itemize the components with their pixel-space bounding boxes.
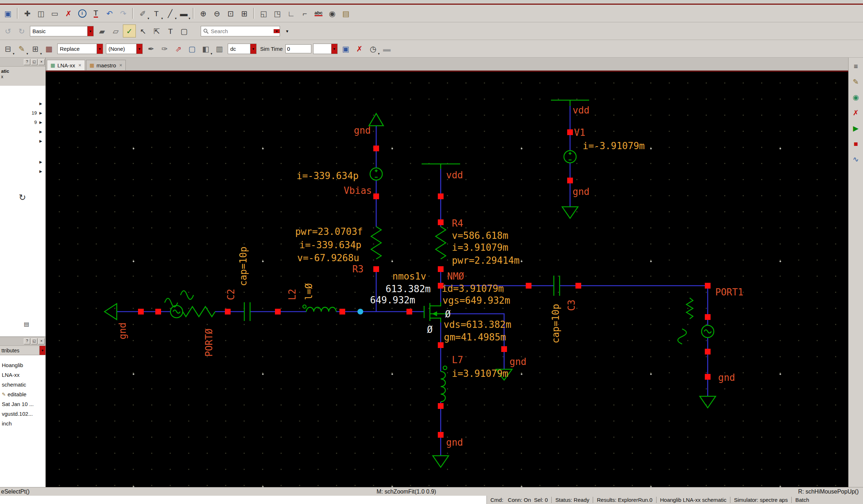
r3-name-label[interactable]: R3 xyxy=(352,264,364,275)
delete-icon[interactable]: ✗ xyxy=(62,7,75,20)
expand-arrow-icon[interactable]: ▶ xyxy=(39,130,42,134)
selection-pin[interactable] xyxy=(526,283,531,289)
gnd-l7-label[interactable]: gnd xyxy=(446,437,463,448)
property-row[interactable]: schematic xyxy=(0,380,45,389)
selection-pin[interactable] xyxy=(438,219,444,225)
panel-undock-button[interactable]: ◱ xyxy=(31,59,37,65)
selection-pin[interactable] xyxy=(373,266,379,272)
instance-icon[interactable]: ▰ xyxy=(95,24,108,37)
panel-help-button[interactable]: ? xyxy=(24,59,30,65)
selection-pin[interactable] xyxy=(438,403,444,409)
workspace-combo[interactable]: Basic▾ xyxy=(30,26,94,36)
search-dropdown[interactable]: ▾ xyxy=(273,29,280,33)
selection-pin[interactable] xyxy=(438,193,444,199)
selection-pin[interactable] xyxy=(373,146,379,151)
area-select-icon[interactable]: ▢ xyxy=(178,24,191,37)
expand-arrow-icon[interactable]: ▶ xyxy=(39,169,42,173)
selection-pin[interactable] xyxy=(567,178,573,183)
gnd-symbol-port1[interactable] xyxy=(700,396,716,408)
selection-pin[interactable] xyxy=(373,193,379,199)
delete-state-icon[interactable]: ✗ xyxy=(353,42,366,55)
search-options-dropdown[interactable]: ▾ xyxy=(281,24,294,37)
panel-close-button[interactable]: × xyxy=(38,338,45,344)
ascend-icon[interactable]: ◳ xyxy=(271,7,284,20)
gnd-symbol-v1[interactable] xyxy=(562,207,578,218)
selection-pin[interactable] xyxy=(138,309,144,315)
redo-icon[interactable]: ↷ xyxy=(117,7,130,20)
selection-pin[interactable] xyxy=(705,314,711,320)
tab-close-icon[interactable]: × xyxy=(119,62,122,68)
wire-label-icon[interactable]: ⌐ xyxy=(298,7,311,20)
selection-pin[interactable] xyxy=(705,349,711,354)
stretch-icon[interactable]: ▭ xyxy=(48,7,61,20)
selection-pin[interactable] xyxy=(501,346,507,352)
vdd-label[interactable]: vdd xyxy=(446,170,463,180)
panel-undock-button[interactable]: ◱ xyxy=(31,338,37,344)
panel-help-button[interactable]: ? xyxy=(24,338,30,344)
extra-combo[interactable]: ▾ xyxy=(313,44,338,54)
run-simulation-icon[interactable]: ▶ xyxy=(851,123,861,133)
attributes-dropdown[interactable]: ttributes ▾ xyxy=(0,346,45,355)
selection-pin[interactable] xyxy=(275,309,281,315)
r4-name-label[interactable]: R4 xyxy=(452,218,463,229)
resistor-r4[interactable] xyxy=(436,227,446,259)
selection-pin[interactable] xyxy=(438,432,444,438)
property-row[interactable]: vgustd.102... xyxy=(0,409,45,419)
nm0-name-label[interactable]: NMØ xyxy=(447,271,464,282)
port0-source[interactable] xyxy=(165,291,215,318)
resistor-r3[interactable] xyxy=(371,227,381,259)
tab-lna-xx[interactable]: ▦ LNA-xx × xyxy=(47,60,85,70)
selection-pin[interactable] xyxy=(705,283,711,289)
tab-maestro[interactable]: ▦ maestro × xyxy=(86,60,126,70)
gnd-v1-label[interactable]: gnd xyxy=(573,186,590,197)
display-options-icon[interactable]: ⊟▾ xyxy=(1,42,14,55)
tree-item[interactable]: 9▶ xyxy=(0,117,45,127)
selection-pin[interactable] xyxy=(567,129,573,135)
panel-close-button[interactable]: × xyxy=(38,59,45,65)
gnd-port1-label[interactable]: gnd xyxy=(718,372,735,383)
sim-time-input[interactable] xyxy=(285,44,311,53)
expand-arrow-icon[interactable]: ▶ xyxy=(39,160,42,164)
highlighted-net-point[interactable] xyxy=(357,309,363,315)
expand-arrow-icon[interactable]: ▶ xyxy=(39,111,42,115)
gnd-bulk-label[interactable]: gnd xyxy=(510,356,526,367)
tool2-icon[interactable]: ✑ xyxy=(158,42,171,55)
delete-results-icon[interactable]: ✗ xyxy=(851,108,861,118)
schematic-drawing[interactable]: gnd i=-339.634p Vbias pwr=23.0703f i=-33… xyxy=(46,72,848,487)
v1-source[interactable] xyxy=(564,151,576,163)
selection-pin[interactable] xyxy=(438,266,444,272)
zoom-out-icon[interactable]: ⊖ xyxy=(210,7,223,20)
tree-item[interactable]: ▶ xyxy=(0,136,45,146)
gnd-label[interactable]: gnd xyxy=(354,125,371,136)
wide-wire-icon[interactable]: ▬▾ xyxy=(177,7,190,20)
replace-combo-arrow[interactable]: ▾ xyxy=(97,44,103,54)
tree-item[interactable]: 19▶ xyxy=(0,108,45,117)
nm0-model-label[interactable]: nmos1v xyxy=(392,271,426,282)
descend-icon[interactable]: ◱ xyxy=(257,7,270,20)
wire-name-icon[interactable]: ∟ xyxy=(285,7,298,20)
inductor-l2[interactable] xyxy=(303,305,337,312)
analyses-list-icon[interactable]: ≡ xyxy=(851,61,861,71)
vbias-net-label[interactable]: Vbias xyxy=(344,185,372,196)
panel-mini-icon[interactable]: ▤ xyxy=(24,321,29,327)
tree-item[interactable]: ▶ xyxy=(0,157,45,166)
net-icon[interactable]: ▱ xyxy=(109,24,122,37)
refresh-icon[interactable]: ↻ xyxy=(19,192,26,202)
vdd-v1-label[interactable]: vdd xyxy=(573,105,590,116)
c2-name-label[interactable]: C2 xyxy=(226,289,236,300)
copy-icon[interactable]: ◫ xyxy=(35,7,48,20)
property-row[interactable]: LNA-xx xyxy=(0,370,45,380)
move-icon[interactable]: ✚ xyxy=(21,7,34,20)
tree-item[interactable]: ▶ xyxy=(0,99,45,108)
selection-pin[interactable] xyxy=(438,342,444,348)
tab-close-icon[interactable]: × xyxy=(78,62,81,68)
plot-waveform-icon[interactable]: ∿ xyxy=(851,154,861,164)
abc-label-icon[interactable]: abc xyxy=(312,7,325,20)
save-icon[interactable]: ▣ xyxy=(1,7,14,20)
gnd-symbol-l7[interactable] xyxy=(433,456,449,467)
zoom-area-icon[interactable]: ⊞ xyxy=(238,7,251,20)
prev-view-icon[interactable]: ↺ xyxy=(1,24,14,37)
tool1-icon[interactable]: ✒ xyxy=(144,42,157,55)
property-row[interactable]: Sat Jan 10 ... xyxy=(0,399,45,409)
l2-name-label[interactable]: L2 xyxy=(287,289,298,300)
